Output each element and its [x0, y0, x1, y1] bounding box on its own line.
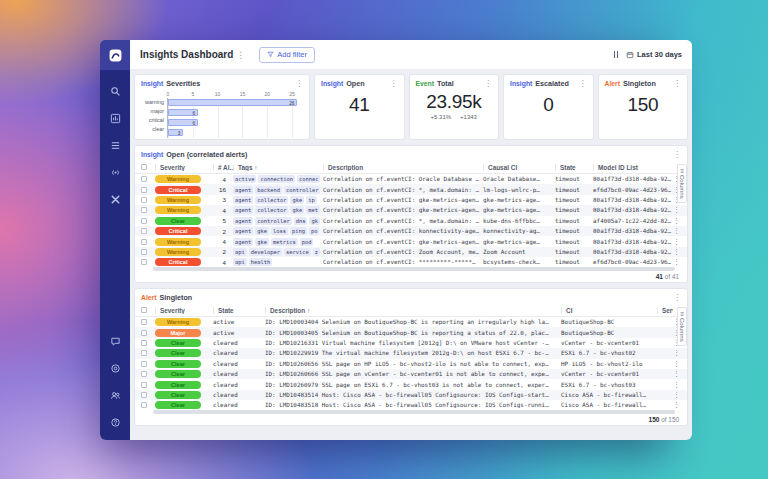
row-checkbox[interactable]: [141, 239, 147, 245]
bar-value-label: 26: [289, 100, 294, 107]
row-menu-icon[interactable]: ⋮: [673, 248, 681, 256]
row-menu-icon[interactable]: ⋮: [673, 391, 681, 399]
row-menu-icon[interactable]: ⋮: [673, 401, 681, 409]
row-menu-icon[interactable]: ⋮: [673, 370, 681, 378]
row-menu-icon[interactable]: ⋮: [673, 258, 681, 266]
table-row[interactable]: ClearclearedID: LMD10260979 SSL page on …: [135, 379, 687, 389]
table-row[interactable]: Warning3agentcollectorgkeipCorrelation o…: [135, 195, 687, 205]
card-menu-icon[interactable]: ⋮: [390, 80, 398, 87]
row-menu-icon[interactable]: ⋮: [673, 381, 681, 389]
ci-cell: HP iLO5 - bc-vhost2-ilo: [561, 361, 657, 367]
column-header-state[interactable]: State: [555, 164, 593, 171]
row-menu-icon[interactable]: ⋮: [673, 360, 681, 368]
row-checkbox[interactable]: [141, 249, 147, 255]
card-menu-icon[interactable]: ⋮: [673, 80, 681, 87]
sidebar-item-chat[interactable]: [100, 328, 130, 355]
card-menu-icon[interactable]: ⋮: [673, 294, 681, 301]
state-cell: cleared: [213, 402, 265, 408]
row-checkbox[interactable]: [141, 392, 147, 398]
table-row[interactable]: ClearclearedID: LMD10260666 SSL page on …: [135, 369, 687, 379]
column-header-model-id[interactable]: Model ID List: [593, 164, 673, 171]
table-row[interactable]: ClearclearedID: LMD10483514 Host: Cisco …: [135, 390, 687, 400]
column-header-description[interactable]: Description: [323, 164, 483, 171]
row-checkbox[interactable]: [141, 350, 147, 356]
bar-value-label: 6: [193, 110, 196, 117]
row-checkbox[interactable]: [141, 187, 147, 193]
columns-panel-tab[interactable]: ≡ Columns: [677, 164, 687, 203]
card-menu-icon[interactable]: ⋮: [484, 80, 492, 87]
column-header-causal-ci[interactable]: Causal CI: [483, 164, 555, 171]
column-header-description[interactable]: Description ↑: [265, 307, 561, 314]
column-header-ci[interactable]: CI: [561, 307, 657, 314]
add-filter-button[interactable]: Add filter: [259, 47, 315, 63]
select-all-checkbox[interactable]: [141, 307, 147, 313]
table-row[interactable]: Warning4activeconnectionconnecCorrelatio…: [135, 174, 687, 184]
table-row[interactable]: ClearclearedID: LMD10216331 Virtual mach…: [135, 338, 687, 348]
row-checkbox[interactable]: [141, 319, 147, 325]
description-cell: Correlation on cf.eventCI: *, meta.domai…: [323, 218, 483, 224]
table-row[interactable]: Critical4apihealthCorrelation on cf.even…: [135, 257, 687, 267]
sidebar-item-help[interactable]: [100, 409, 130, 436]
tag-chip: gke: [290, 196, 304, 204]
horizontal-scrollbar[interactable]: [153, 410, 675, 414]
users-icon: [110, 390, 121, 401]
row-menu-icon[interactable]: ⋮: [673, 238, 681, 246]
sidebar-item-alerts[interactable]: [100, 159, 130, 186]
table-row[interactable]: Critical16agentbackendcontrollerCorrelat…: [135, 184, 687, 194]
sidebar-item-users[interactable]: [100, 382, 130, 409]
row-checkbox[interactable]: [141, 228, 147, 234]
row-checkbox[interactable]: [141, 340, 147, 346]
dashboards-icon: [110, 113, 121, 124]
table-row[interactable]: Warning4agentgkemetricspodCorrelation on…: [135, 236, 687, 246]
row-checkbox[interactable]: [141, 207, 147, 213]
state-cell: timeout: [555, 249, 593, 255]
column-header-severity[interactable]: Severity: [155, 164, 213, 171]
sidebar-item-dashboards[interactable]: [100, 105, 130, 132]
app-logo[interactable]: [100, 40, 130, 70]
model-id-cell: 80a1f73d-d318-4dba-92…: [593, 207, 673, 213]
columns-panel-tab[interactable]: ≡ Columns: [677, 307, 687, 346]
column-header-severity[interactable]: Severity: [155, 307, 213, 314]
table-row[interactable]: Clear5agentcontrollerdnsgkCorrelation on…: [135, 216, 687, 226]
column-header-tags[interactable]: Tags ↑: [233, 164, 323, 171]
row-checkbox[interactable]: [141, 371, 147, 377]
row-menu-icon[interactable]: ⋮: [673, 206, 681, 214]
card-menu-icon[interactable]: ⋮: [295, 80, 303, 87]
table-row[interactable]: Warning2apideveloperservicezCorrelation …: [135, 247, 687, 257]
row-menu-icon[interactable]: ⋮: [673, 217, 681, 225]
row-checkbox[interactable]: [141, 259, 147, 265]
table-row[interactable]: MajoractiveID: LMD10003405 Selenium on B…: [135, 327, 687, 337]
table-row[interactable]: ClearclearedID: LMD10260656 SSL page on …: [135, 359, 687, 369]
row-menu-icon[interactable]: ⋮: [673, 349, 681, 357]
causal-ci-cell: lm-logs-wnlrc-p…: [483, 187, 555, 193]
column-header-state[interactable]: State: [213, 307, 265, 314]
row-checkbox[interactable]: [141, 402, 147, 408]
sidebar-item-search[interactable]: [100, 78, 130, 105]
card-menu-icon[interactable]: ⋮: [579, 80, 587, 87]
table-row[interactable]: ClearclearedID: LMD10483518 Host: Cisco …: [135, 400, 687, 410]
page-title-menu-icon[interactable]: ⋮: [236, 50, 245, 60]
card-title: Total: [437, 79, 454, 88]
card-menu-icon[interactable]: ⋮: [673, 151, 681, 158]
row-checkbox[interactable]: [141, 361, 147, 367]
time-range-selector[interactable]: Last 30 days: [626, 50, 682, 59]
row-menu-icon[interactable]: ⋮: [673, 227, 681, 235]
column-header-alerts[interactable]: # Al...: [213, 164, 233, 171]
sidebar-item-support[interactable]: [100, 355, 130, 382]
row-checkbox[interactable]: [141, 218, 147, 224]
sidebar-item-resources[interactable]: [100, 132, 130, 159]
row-checkbox[interactable]: [141, 330, 147, 336]
row-checkbox[interactable]: [141, 382, 147, 388]
sidebar-item-modules[interactable]: [100, 186, 130, 213]
pause-icon[interactable]: [614, 51, 619, 58]
table-row[interactable]: Warning4agentcollectorgkemetCorrelation …: [135, 205, 687, 215]
horizontal-scrollbar[interactable]: [153, 267, 675, 271]
table-row[interactable]: Critical2agentgkelosspingpoCorrelation o…: [135, 226, 687, 236]
select-all-checkbox[interactable]: [141, 164, 147, 170]
table-row[interactable]: WarningactiveID: LMD10003404 Selenium on…: [135, 317, 687, 327]
row-checkbox[interactable]: [141, 197, 147, 203]
causal-ci-cell: konnectivity-ag…: [483, 228, 555, 234]
column-header-service[interactable]: Servic: [657, 307, 673, 314]
table-row[interactable]: ClearclearedID: LMD10229919 The virtual …: [135, 348, 687, 358]
row-checkbox[interactable]: [141, 176, 147, 182]
